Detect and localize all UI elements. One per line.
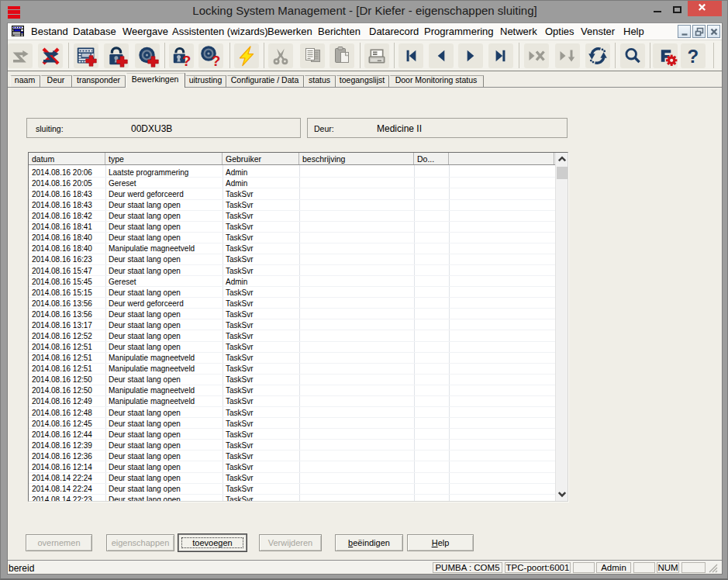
svg-text:?: ? <box>211 53 220 68</box>
svg-text:?: ? <box>182 53 191 68</box>
svg-text:?: ? <box>688 46 699 67</box>
